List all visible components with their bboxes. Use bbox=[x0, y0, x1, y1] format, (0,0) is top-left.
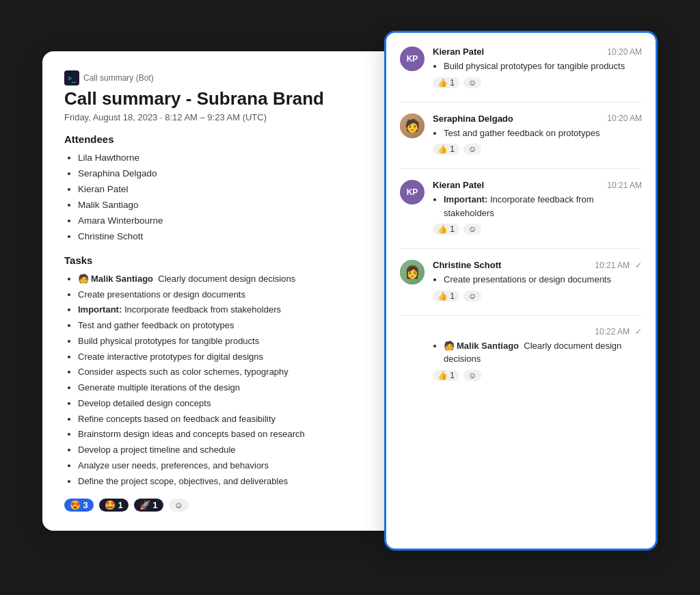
attendee-item: Kieran Patel bbox=[78, 182, 390, 198]
avatar-spacer bbox=[400, 327, 425, 381]
attendees-list: Lila Hawthorne Seraphina Delgado Kieran … bbox=[64, 150, 390, 245]
attendee-item: Lila Hawthorne bbox=[78, 150, 390, 166]
attendee-item: Amara Winterbourne bbox=[78, 213, 390, 229]
reaction-thumbsup[interactable]: 👍 1 bbox=[433, 370, 459, 381]
chat-message: 👩 Christine Schott 10:21 AM ✓ Create pre… bbox=[400, 260, 642, 302]
message-list-item: 🧑 Malik Santiago Clearly document design… bbox=[444, 339, 642, 366]
task-item: Consider aspects such as color schemes, … bbox=[78, 365, 390, 380]
checkmark-icon: ✓ bbox=[635, 327, 642, 336]
tasks-heading: Tasks bbox=[64, 254, 390, 266]
divider bbox=[400, 102, 642, 103]
reaction-rocket[interactable]: 🚀 1 bbox=[134, 499, 163, 512]
message-body: Build physical prototypes for tangible p… bbox=[433, 60, 642, 73]
reaction-smile[interactable]: ☺ bbox=[463, 291, 481, 302]
message-content: Kieran Patel 10:20 AM Build physical pro… bbox=[433, 47, 642, 88]
sender-name: Kieran Patel bbox=[433, 47, 484, 57]
call-title: Call summary - Subrana Brand bbox=[64, 88, 390, 109]
divider bbox=[400, 168, 642, 169]
message-content: 10:22 AM ✓ 🧑 Malik Santiago Clearly docu… bbox=[433, 327, 642, 381]
reaction-thumbsup[interactable]: 👍 1 bbox=[433, 291, 459, 302]
message-time: 10:21 AM bbox=[607, 181, 642, 190]
sender-name: Seraphina Delgado bbox=[433, 114, 513, 124]
bot-label: >_ Call summary (Bot) bbox=[64, 70, 390, 85]
sender-name: Kieran Patel bbox=[433, 180, 484, 190]
avatar-image: 🧑 bbox=[400, 114, 425, 138]
attendee-item: Christine Schott bbox=[78, 229, 390, 245]
avatar: KP bbox=[400, 180, 425, 204]
message-time: 10:20 AM bbox=[607, 114, 642, 123]
task-item: Develop detailed design concepts bbox=[78, 396, 390, 412]
bot-icon: >_ bbox=[64, 70, 79, 85]
chat-message: KP Kieran Patel 10:21 AM Important: Inco… bbox=[400, 180, 642, 235]
task-item: Important: Incorporate feedback from sta… bbox=[78, 302, 390, 318]
task-item: Generate multiple iterations of the desi… bbox=[78, 380, 390, 396]
avatar: KP bbox=[400, 47, 425, 71]
task-item: Create interactive prototypes for digita… bbox=[78, 349, 390, 365]
message-reactions: 👍 1 ☺ bbox=[433, 224, 642, 235]
reactions-row: 😍 3 🤩 1 🚀 1 ☺ bbox=[64, 499, 390, 512]
message-body: Create presentations or design documents bbox=[433, 273, 642, 287]
message-list-item: Test and gather feedback on prototypes bbox=[444, 127, 642, 140]
message-reactions: 👍 1 ☺ bbox=[433, 370, 642, 381]
task-item: 🧑 Malik Santiago Clearly document design… bbox=[78, 272, 390, 287]
message-content: Kieran Patel 10:21 AM Important: Incorpo… bbox=[433, 180, 642, 235]
task-item: Define the project scope, objectives, an… bbox=[78, 474, 390, 490]
reaction-thumbsup[interactable]: 👍 1 bbox=[433, 224, 459, 235]
message-time: 10:20 AM bbox=[607, 47, 642, 57]
attendees-heading: Attendees bbox=[64, 133, 390, 145]
reaction-smile[interactable]: ☺ bbox=[463, 224, 481, 235]
attendee-item: Malik Santiago bbox=[78, 198, 390, 213]
reaction-smile[interactable]: ☺ bbox=[463, 370, 481, 381]
avatar-image: 👩 bbox=[400, 260, 425, 285]
message-body: Test and gather feedback on prototypes bbox=[433, 127, 642, 140]
message-header: 10:22 AM ✓ bbox=[433, 327, 642, 336]
message-content: Seraphina Delgado 10:20 AM Test and gath… bbox=[433, 114, 642, 155]
task-item: Test and gather feedback on prototypes bbox=[78, 318, 390, 334]
task-item: Build physical prototypes for tangible p… bbox=[78, 334, 390, 349]
chat-message: 10:22 AM ✓ 🧑 Malik Santiago Clearly docu… bbox=[400, 327, 642, 381]
task-item: Create presentations or design documents bbox=[78, 287, 390, 303]
message-reactions: 👍 1 ☺ bbox=[433, 291, 642, 302]
message-header: Kieran Patel 10:21 AM bbox=[433, 180, 642, 190]
task-item: Develop a project timeline and schedule bbox=[78, 442, 390, 458]
task-item: Refine concepts based on feedback and fe… bbox=[78, 412, 390, 427]
message-list-item: Important: Incorporate feedback from sta… bbox=[444, 193, 642, 220]
reaction-fire[interactable]: 😍 3 bbox=[64, 499, 94, 512]
avatar: 🧑 bbox=[400, 114, 425, 138]
task-item: Brainstorm design ideas and concepts bas… bbox=[78, 427, 390, 442]
message-content: Christine Schott 10:21 AM ✓ Create prese… bbox=[433, 260, 642, 302]
divider bbox=[400, 315, 642, 316]
message-time: 10:22 AM bbox=[595, 327, 630, 336]
message-header: Christine Schott 10:21 AM ✓ bbox=[433, 260, 642, 270]
message-reactions: 👍 1 ☺ bbox=[433, 77, 642, 88]
reaction-thumbsup[interactable]: 👍 1 bbox=[433, 77, 459, 88]
message-body: Important: Incorporate feedback from sta… bbox=[433, 193, 642, 220]
tasks-list: 🧑 Malik Santiago Clearly document design… bbox=[64, 272, 390, 490]
reaction-smile[interactable]: ☺ bbox=[463, 77, 481, 88]
task-item: Analyze user needs, preferences, and beh… bbox=[78, 458, 390, 474]
message-header: Kieran Patel 10:20 AM bbox=[433, 47, 642, 57]
message-time: 10:21 AM bbox=[595, 261, 630, 270]
reaction-smile[interactable]: ☺ bbox=[169, 499, 189, 512]
checkmark-icon: ✓ bbox=[635, 261, 642, 270]
message-list-item: Create presentations or design documents bbox=[444, 273, 642, 287]
message-reactions: 👍 1 ☺ bbox=[433, 144, 642, 155]
reaction-star[interactable]: 🤩 1 bbox=[99, 499, 129, 512]
message-list-item: Build physical prototypes for tangible p… bbox=[444, 60, 642, 73]
chat-card: KP Kieran Patel 10:20 AM Build physical … bbox=[384, 31, 658, 551]
call-summary-card: >_ Call summary (Bot) Call summary - Sub… bbox=[42, 51, 412, 531]
avatar: 👩 bbox=[400, 260, 425, 285]
cards-container: >_ Call summary (Bot) Call summary - Sub… bbox=[42, 31, 658, 564]
sender-name: Christine Schott bbox=[433, 260, 501, 270]
message-body: 🧑 Malik Santiago Clearly document design… bbox=[433, 339, 642, 366]
call-date: Friday, August 18, 2023 · 8:12 AM – 9:23… bbox=[64, 112, 390, 122]
message-header: Seraphina Delgado 10:20 AM bbox=[433, 114, 642, 124]
reaction-smile[interactable]: ☺ bbox=[463, 144, 481, 155]
attendee-item: Seraphina Delgado bbox=[78, 166, 390, 182]
bot-label-text: Call summary (Bot) bbox=[83, 73, 154, 83]
chat-message: KP Kieran Patel 10:20 AM Build physical … bbox=[400, 47, 642, 88]
divider bbox=[400, 248, 642, 249]
chat-message: 🧑 Seraphina Delgado 10:20 AM Test and ga… bbox=[400, 114, 642, 155]
reaction-thumbsup[interactable]: 👍 1 bbox=[433, 144, 459, 155]
